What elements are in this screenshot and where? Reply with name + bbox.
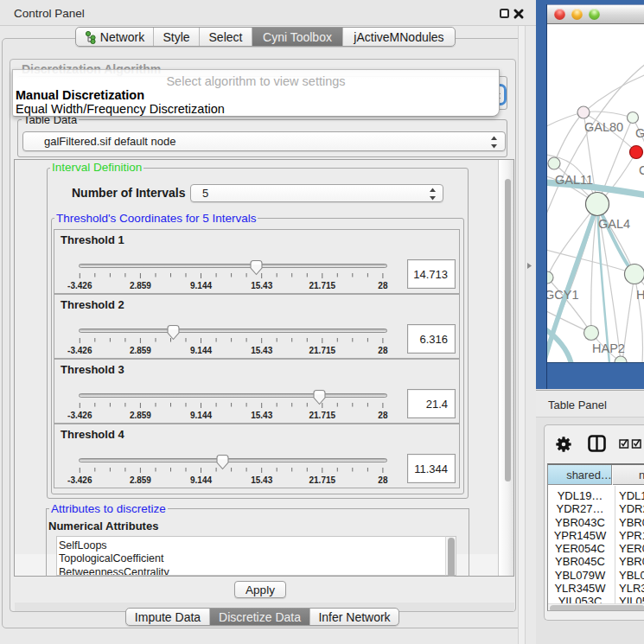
svg-text:H: H <box>636 288 644 302</box>
svg-text:G: G <box>635 126 644 140</box>
svg-text:C: C <box>639 163 644 177</box>
svg-text:GAL4: GAL4 <box>598 217 630 231</box>
svg-text:GCY1: GCY1 <box>547 288 579 302</box>
svg-text:GAL80: GAL80 <box>584 120 623 134</box>
svg-text:HAP2: HAP2 <box>592 341 625 355</box>
svg-text:GAL11: GAL11 <box>555 173 593 187</box>
